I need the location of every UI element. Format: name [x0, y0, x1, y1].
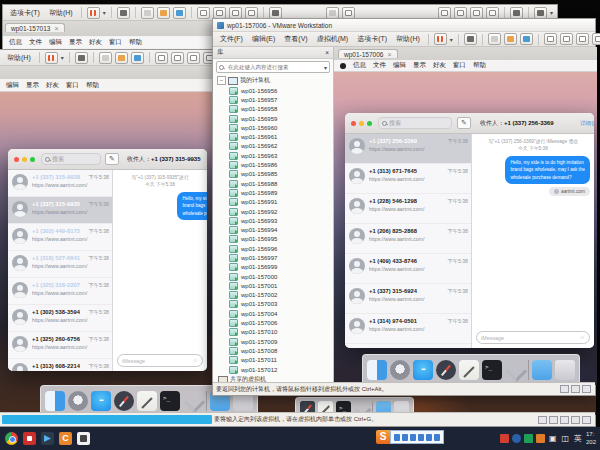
single-view-icon[interactable] [454, 7, 467, 19]
dropdown-arrow[interactable]: ▾ [324, 64, 327, 71]
conversation-item[interactable]: +1 (337) 315-9935 下午5:38 https://www.aar… [8, 197, 112, 224]
conversation-search[interactable]: 搜索 [41, 153, 101, 165]
conversation-item[interactable]: +1 (314) 974-0501 下午5:38 https://www.aar… [345, 314, 471, 344]
compose-button[interactable]: ✎ [457, 117, 471, 129]
vm-tree-item[interactable]: wp01-156995 [213, 235, 333, 244]
snapshot-manager-icon[interactable] [173, 7, 186, 19]
ime-tool-icons[interactable] [390, 430, 444, 444]
tray-blue-icon[interactable] [512, 434, 521, 443]
vm-tree-item[interactable]: wp01-156991 [213, 198, 333, 207]
library-close-icon[interactable]: × [325, 49, 329, 56]
send-ctrl-alt-del-icon[interactable] [510, 7, 523, 19]
snapshot-icon[interactable] [488, 33, 501, 45]
tray-volume-icon[interactable]: ◫ [560, 434, 570, 443]
vm-tree-item[interactable]: wp01-156989 [213, 188, 333, 197]
conversation-item[interactable]: +1 (313) 671-7645 下午5:38 https://www.aar… [345, 164, 471, 194]
ime-toolbar[interactable]: S [376, 430, 444, 444]
split-view-icon[interactable] [438, 7, 451, 19]
titlebar-front[interactable]: wp01-157006 - VMware Workstation [213, 19, 595, 32]
menu-edit[interactable]: 编辑(E) [249, 34, 278, 44]
grab-input-icon[interactable] [117, 7, 130, 19]
messages-icon[interactable] [413, 360, 433, 380]
guest-menu-item[interactable]: 信息 [9, 38, 22, 47]
vm-tree-item[interactable]: wp01-156962 [213, 142, 333, 151]
launchpad-icon[interactable] [68, 391, 88, 411]
menu-vm[interactable]: 虚拟机(M) [314, 34, 352, 44]
guest-menu-item[interactable]: 帮助 [129, 38, 142, 47]
menu-tabs[interactable]: 选项卡(T) [354, 34, 390, 44]
vm-tree-item[interactable]: wp01-156985 [213, 170, 333, 179]
conversation-item[interactable]: +1 (318) 527-6641 下午5:38 https://www.aar… [8, 251, 112, 278]
conversation-item[interactable]: +1 (337) 315-6924 下午5:38 https://www.aar… [345, 284, 471, 314]
tree-expander-icon[interactable]: − [217, 76, 226, 85]
downloads-icon[interactable] [183, 391, 203, 411]
safari-icon[interactable] [114, 391, 134, 411]
conversation-item[interactable]: +1 (267) 723-7315 下午5:38 https://www.aar… [345, 344, 471, 348]
vm-tree-item[interactable]: wp01-156957 [213, 95, 333, 104]
emoji-icon[interactable]: ☺ [579, 334, 585, 341]
stretch-view-icon[interactable] [342, 7, 355, 19]
sep-icon[interactable] [528, 360, 529, 381]
vm-tree-item[interactable]: wp01-157001 [213, 281, 333, 290]
snapshot-manager-icon[interactable] [131, 52, 144, 64]
compose-button[interactable]: ✎ [105, 153, 119, 165]
device-status-icons[interactable] [560, 385, 591, 393]
vm-tab-wp01-157013[interactable]: wp01-157013 × [5, 23, 65, 32]
exit-fullscreen-icon[interactable] [486, 7, 499, 19]
conversation-item[interactable]: +1 (409) 433-8746 下午5:38 https://www.aar… [345, 254, 471, 284]
zoom-window-icon[interactable] [367, 121, 372, 126]
vm-tree-item[interactable]: wp01-156994 [213, 225, 333, 234]
guest-menu-item[interactable]: 文件 [29, 38, 42, 47]
guest-menu-item[interactable]: 信息 [353, 61, 366, 70]
conversation-item[interactable]: +1 (325) 260-6756 下午5:38 https://www.aar… [8, 332, 112, 359]
guest-menu-item[interactable]: 帮助 [473, 61, 486, 70]
snapshot-manager-icon[interactable] [520, 33, 533, 45]
taskbar-clock[interactable]: 17: 202 [586, 431, 600, 447]
close-window-icon[interactable] [14, 157, 19, 162]
show-thumbnails-icon[interactable] [171, 52, 184, 64]
terminal-icon[interactable] [160, 391, 180, 411]
menu-view[interactable]: 查看(V) [281, 34, 310, 44]
unity-icon[interactable] [245, 7, 258, 19]
sep-icon[interactable] [206, 391, 207, 412]
vm-tree-item[interactable]: wp01-157004 [213, 309, 333, 318]
recipient-field[interactable]: 收件人：+1 (337) 256-3369 [480, 119, 580, 128]
guest-menu-item[interactable]: 编辑 [6, 81, 19, 90]
message-input-left[interactable]: iMessage ☺ [117, 354, 203, 367]
vm-tree-item[interactable]: wp01-157009 [213, 337, 333, 346]
vm-tree-item[interactable]: wp01-156960 [213, 123, 333, 132]
vm-tree-item[interactable]: wp01-156963 [213, 151, 333, 160]
guest-menu-item[interactable]: 编辑 [49, 38, 62, 47]
zoom-window-icon[interactable] [30, 157, 35, 162]
recipient-field[interactable]: 收件人：+1 (337) 315-9935 [127, 155, 207, 164]
vm-tree-item[interactable]: wp01-156986 [213, 160, 333, 169]
vm-tree-item[interactable]: wp01-156993 [213, 216, 333, 225]
vm-tree-item[interactable]: wp01-157011 [213, 356, 333, 365]
guest-menu-item[interactable]: 窗口 [109, 38, 122, 47]
media-app-taskbar-icon[interactable] [41, 432, 54, 445]
expand-view-icon[interactable] [470, 7, 483, 19]
conversation-item[interactable]: +1 (325) 318-2207 下午5:38 https://www.aar… [8, 278, 112, 305]
guest-menu-item[interactable]: 显示 [413, 61, 426, 70]
menu-file[interactable]: 文件(F) [217, 34, 246, 44]
vm-tree-item[interactable]: wp01-156958 [213, 105, 333, 114]
library-search-input[interactable] [226, 63, 322, 71]
vmware-taskbar-icon[interactable] [77, 432, 90, 445]
vm-tree-item[interactable]: wp01-157006 [213, 318, 333, 327]
terminal-icon[interactable] [482, 360, 502, 380]
minimize-window-icon[interactable] [359, 121, 364, 126]
menu-help[interactable]: 帮助(H) [393, 34, 423, 44]
guest-menu-item[interactable]: 显示 [69, 38, 82, 47]
vm-tree-item[interactable]: wp01-157000 [213, 272, 333, 281]
show-thumbnails-icon[interactable] [213, 7, 226, 19]
vm-tree-item[interactable]: wp01-156992 [213, 207, 333, 216]
messages-icon[interactable] [91, 391, 111, 411]
pause-vm-icon[interactable] [434, 33, 447, 45]
notes-icon[interactable] [137, 391, 157, 411]
guest-menu-item[interactable]: 窗口 [66, 81, 79, 90]
tray-green-icon[interactable] [524, 434, 533, 443]
snapshot-icon[interactable] [141, 7, 154, 19]
tray-network-icon[interactable]: ▣ [548, 434, 558, 443]
tray-red-icon[interactable] [500, 434, 509, 443]
revert-snapshot-icon[interactable] [157, 7, 170, 19]
